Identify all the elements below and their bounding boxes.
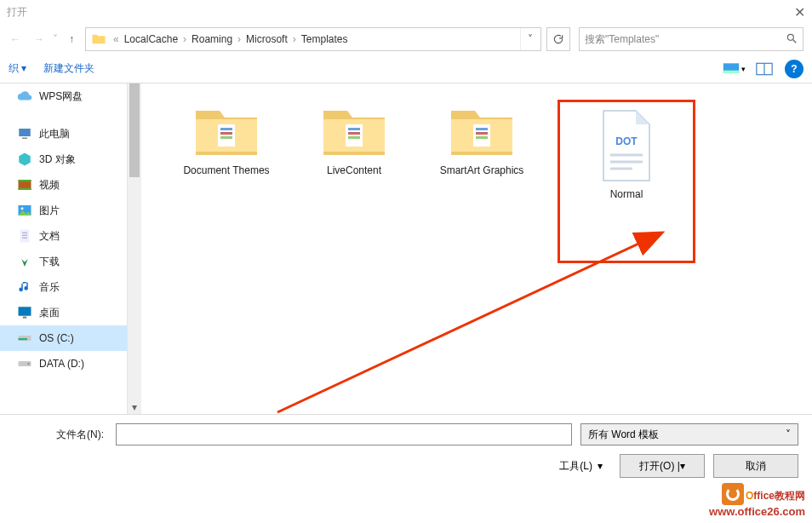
folder-item[interactable]: Document Themes	[175, 101, 277, 178]
sidebar-scrollbar[interactable]: ▴ ▾	[128, 83, 141, 414]
pictures-icon	[17, 203, 32, 218]
forward-button[interactable]: →	[29, 29, 49, 49]
item-label: LiveContent	[327, 164, 381, 178]
video-icon	[17, 177, 32, 193]
svg-rect-31	[473, 124, 490, 147]
toolbar: 织 ▾ 新建文件夹 ▾ ?	[0, 55, 812, 83]
svg-rect-28	[348, 128, 360, 130]
up-button[interactable]: ↑	[61, 29, 82, 49]
watermark-logo-icon	[722, 483, 744, 505]
open-button[interactable]: 打开(O) |▾	[620, 454, 705, 478]
folder-icon	[320, 101, 388, 160]
address-dropdown-icon[interactable]: ˅	[520, 28, 539, 50]
folder-item[interactable]: LiveContent	[303, 101, 405, 178]
svg-rect-26	[220, 136, 232, 139]
svg-rect-33	[476, 132, 488, 135]
svg-text:DOT: DOT	[615, 135, 638, 147]
svg-rect-30	[348, 136, 360, 139]
sidebar-item-data-d[interactable]: DATA (D:)	[0, 351, 127, 376]
help-button[interactable]: ?	[785, 60, 803, 78]
item-label: Normal	[610, 187, 643, 202]
drive-icon	[17, 330, 32, 346]
sidebar-label: DATA (D:)	[39, 358, 84, 370]
sidebar: WPS网盘 此电脑 3D 对象 视频 图片 文档 下载 音乐	[0, 83, 128, 414]
breadcrumb-item[interactable]: Roaming	[190, 32, 234, 47]
sidebar-item-wps[interactable]: WPS网盘	[0, 83, 127, 109]
caret-down-icon: ▾	[598, 460, 603, 472]
file-item-highlighted[interactable]: DOT Normal	[558, 101, 695, 262]
sidebar-label: 文档	[39, 229, 60, 244]
svg-rect-9	[19, 180, 31, 181]
sidebar-item-3d[interactable]: 3D 对象	[0, 147, 127, 172]
folder-icon	[91, 32, 106, 47]
svg-rect-7	[22, 138, 27, 140]
new-folder-button[interactable]: 新建文件夹	[35, 61, 103, 76]
svg-rect-23	[218, 124, 235, 147]
scroll-down-icon[interactable]: ▾	[128, 400, 141, 414]
svg-line-1	[793, 39, 797, 43]
sidebar-item-pictures[interactable]: 图片	[0, 198, 127, 223]
sidebar-item-desktop[interactable]: 桌面	[0, 300, 127, 325]
item-label: SmartArt Graphics	[440, 164, 524, 178]
breadcrumb-item[interactable]: LocalCache	[123, 32, 180, 47]
folder-icon	[192, 101, 260, 160]
svg-rect-25	[220, 132, 232, 135]
filename-input[interactable]	[116, 423, 572, 445]
tools-button[interactable]: 工具(L)▾	[559, 459, 603, 474]
view-mode-button[interactable]: ▾	[722, 59, 746, 79]
sidebar-label: 图片	[39, 204, 60, 218]
sidebar-label: 此电脑	[39, 127, 70, 141]
svg-rect-17	[19, 307, 31, 316]
chevron-right-icon: ›	[180, 33, 190, 45]
sidebar-item-documents[interactable]: 文档	[0, 223, 127, 249]
filename-label: 文件名(N):	[14, 428, 107, 442]
sidebar-label: OS (C:)	[39, 332, 74, 344]
desktop-icon	[17, 305, 32, 320]
svg-rect-18	[23, 317, 27, 319]
svg-rect-20	[19, 338, 28, 340]
svg-point-22	[27, 363, 29, 365]
content-area[interactable]: Document Themes LiveContent SmartArt Gra…	[141, 83, 812, 414]
chevron-right-icon: ›	[289, 33, 300, 45]
sidebar-label: 音乐	[39, 280, 60, 295]
body: WPS网盘 此电脑 3D 对象 视频 图片 文档 下载 音乐	[0, 83, 812, 414]
address-row: ← → ˅ ↑ « LocalCache › Roaming › Microso…	[0, 24, 812, 55]
organize-button[interactable]: 织 ▾	[0, 61, 35, 76]
file-type-filter[interactable]: 所有 Word 模板 ˅	[580, 423, 798, 445]
sidebar-item-videos[interactable]: 视频	[0, 172, 127, 198]
folder-icon	[448, 101, 516, 160]
download-icon	[17, 254, 32, 269]
svg-rect-6	[19, 129, 31, 136]
search-placeholder: 搜索"Templates"	[585, 32, 659, 47]
svg-rect-10	[19, 188, 31, 190]
back-button[interactable]: ←	[5, 29, 26, 49]
svg-rect-13	[20, 230, 30, 243]
sidebar-item-thispc[interactable]: 此电脑	[0, 121, 127, 147]
docs-icon	[17, 228, 32, 244]
svg-rect-34	[476, 136, 488, 139]
bottom-panel: 文件名(N): 所有 Word 模板 ˅ 工具(L)▾ 打开(O) |▾ 取消	[0, 414, 812, 491]
watermark: Office教程网 www.office26.com	[709, 481, 805, 520]
recent-dropdown-icon[interactable]: ˅	[53, 33, 58, 45]
search-icon	[786, 32, 798, 47]
sidebar-item-music[interactable]: 音乐	[0, 274, 127, 300]
items-grid: Document Themes LiveContent SmartArt Gra…	[150, 101, 803, 262]
address-bar[interactable]: « LocalCache › Roaming › Microsoft › Tem…	[85, 27, 541, 51]
svg-point-0	[787, 34, 793, 40]
breadcrumb-item[interactable]: Microsoft	[244, 32, 289, 47]
dot-file-icon: DOT	[597, 107, 656, 184]
breadcrumb-item[interactable]: Templates	[300, 32, 350, 47]
close-icon[interactable]: ✕	[794, 4, 805, 20]
folder-item[interactable]: SmartArt Graphics	[431, 101, 533, 178]
search-input[interactable]: 搜索"Templates"	[579, 27, 803, 51]
sidebar-label: 下载	[39, 255, 60, 269]
cloud-icon	[17, 89, 32, 104]
preview-pane-button[interactable]	[752, 59, 776, 79]
cancel-button[interactable]: 取消	[713, 454, 798, 478]
filter-label: 所有 Word 模板	[588, 428, 659, 442]
scrollbar-thumb[interactable]	[129, 83, 140, 177]
refresh-button[interactable]	[546, 27, 570, 51]
sidebar-item-downloads[interactable]: 下载	[0, 249, 127, 274]
sidebar-item-os-c[interactable]: OS (C:)	[0, 325, 127, 351]
refresh-icon	[552, 33, 564, 45]
